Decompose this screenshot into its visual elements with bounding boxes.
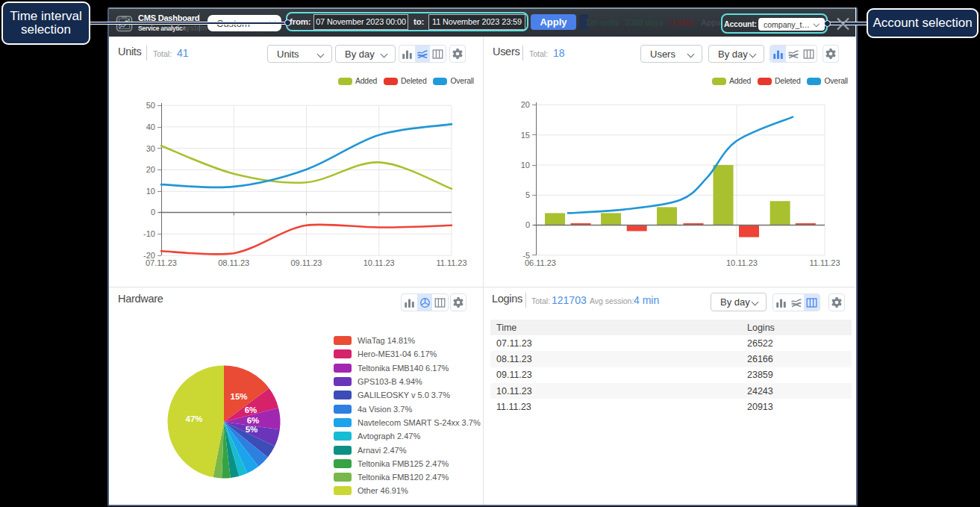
svg-text:10: 10 (146, 187, 155, 196)
svg-text:-10: -10 (143, 229, 155, 238)
svg-text:10.11.23: 10.11.23 (363, 258, 395, 267)
svg-text:50: 50 (146, 101, 155, 110)
svg-text:15%: 15% (230, 392, 247, 401)
svg-text:15: 15 (521, 131, 530, 140)
svg-text:40: 40 (146, 122, 155, 131)
svg-text:0: 0 (151, 208, 155, 217)
svg-text:20: 20 (146, 165, 155, 174)
svg-text:30: 30 (146, 144, 155, 153)
svg-text:06.11.23: 06.11.23 (525, 258, 556, 267)
svg-text:10.11.23: 10.11.23 (726, 258, 758, 267)
svg-text:6%: 6% (247, 416, 260, 425)
svg-text:10: 10 (521, 161, 530, 169)
svg-text:09.11.23: 09.11.23 (290, 258, 322, 267)
svg-text:08.11.23: 08.11.23 (218, 258, 249, 267)
svg-text:20: 20 (521, 100, 530, 109)
svg-text:07.11.23: 07.11.23 (146, 258, 177, 267)
svg-text:5: 5 (525, 190, 530, 199)
svg-text:11.11.23: 11.11.23 (809, 258, 840, 267)
svg-text:47%: 47% (185, 414, 202, 423)
svg-text:0: 0 (525, 220, 530, 229)
svg-text:6%: 6% (245, 405, 258, 414)
svg-text:11.11.23: 11.11.23 (436, 258, 466, 267)
svg-text:5%: 5% (246, 425, 258, 434)
